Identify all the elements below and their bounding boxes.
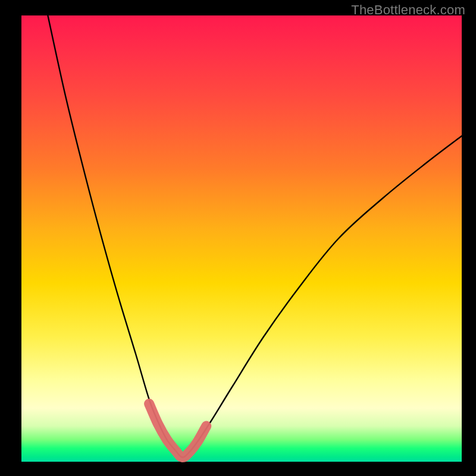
plot-area bbox=[21, 15, 462, 462]
bottleneck-curve bbox=[48, 15, 462, 458]
chart-frame: TheBottleneck.com bbox=[0, 0, 476, 476]
chart-svg bbox=[21, 15, 462, 462]
watermark-text: TheBottleneck.com bbox=[351, 2, 465, 18]
highlight-band bbox=[149, 404, 206, 458]
